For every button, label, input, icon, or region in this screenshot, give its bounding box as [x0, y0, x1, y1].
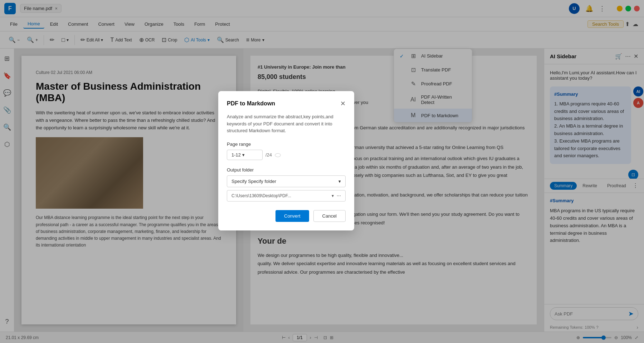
folder-path-more[interactable]: ⋯ — [337, 193, 341, 198]
folder-path: C:\Users\13609\Desktop\PDF... — [231, 193, 291, 198]
toggle-icon[interactable]: ⬭ — [275, 151, 281, 159]
convert-button[interactable]: Convert — [275, 210, 309, 222]
modal-dialog: PDF to Markdown ✕ Analyze and summarize … — [218, 91, 354, 230]
page-range-row: 1-12 ▾ /24 ⬭ — [227, 150, 346, 160]
folder-select[interactable]: Specify Specify folder ▾ — [227, 175, 346, 187]
folder-dropdown-icon: ▾ — [338, 179, 341, 184]
folder-path-row: C:\Users\13609\Desktop\PDF... ▾ ⋯ — [227, 190, 346, 202]
specify-folder-label: Specify Specify folder — [231, 179, 276, 184]
modal-description: Analyze and summarize the abstract,key p… — [227, 113, 346, 134]
modal-actions: Convert Cancel — [227, 210, 346, 222]
modal-overlay[interactable]: PDF to Markdown ✕ Analyze and summarize … — [0, 0, 644, 343]
folder-path-actions: ▾ ⋯ — [332, 193, 341, 198]
page-range-value: 1-12 — [231, 152, 241, 158]
modal-title: PDF to Markdown — [227, 100, 275, 107]
folder-path-dropdown[interactable]: ▾ — [332, 193, 334, 198]
cancel-button[interactable]: Cancel — [313, 210, 346, 222]
output-folder-label: Output folder — [227, 167, 346, 173]
modal-header: PDF to Markdown ✕ — [227, 100, 346, 108]
page-total: /24 — [265, 152, 272, 158]
page-range-label: Page range — [227, 141, 346, 147]
page-range-select[interactable]: 1-12 ▾ — [227, 150, 263, 160]
modal-close-button[interactable]: ✕ — [340, 100, 346, 108]
